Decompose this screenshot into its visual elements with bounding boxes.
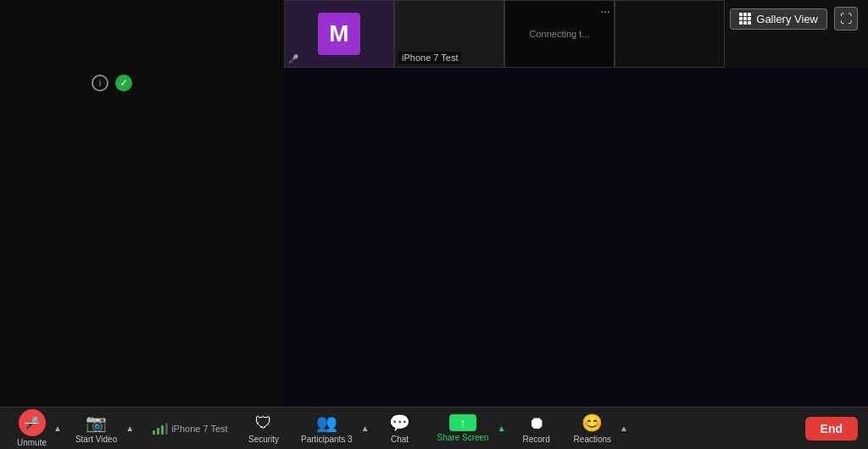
participants-chevron[interactable]: ▲ — [359, 422, 371, 435]
info-icon[interactable]: i — [92, 75, 108, 91]
fullscreen-button[interactable]: ⛶ — [834, 7, 858, 30]
gallery-view-button[interactable]: Gallery View — [730, 8, 827, 30]
end-button[interactable]: End — [805, 417, 858, 441]
record-icon: ⏺ — [528, 413, 545, 433]
reactions-label: Reactions — [574, 435, 611, 444]
toolbar-left: 🎤 Unmute ▲ 📷 Start Video ▲ iPhone 7 Test — [10, 406, 228, 449]
video-icon: 📷 — [86, 413, 107, 433]
reactions-chevron[interactable]: ▲ — [618, 422, 630, 435]
security-label: Security — [248, 435, 279, 444]
toolbar-center: 🛡 Security 👥 Participants 3 ▲ 💬 Chat ↑ S… — [238, 409, 630, 447]
signal-bars — [153, 423, 168, 435]
unmute-chevron[interactable]: ▲ — [52, 422, 64, 435]
mute-icon: 🎤 — [19, 409, 46, 436]
security-button[interactable]: 🛡 Security — [238, 410, 289, 447]
participants-label: Participants 3 — [301, 435, 353, 444]
toolbar: 🎤 Unmute ▲ 📷 Start Video ▲ iPhone 7 Test… — [0, 407, 868, 449]
participant-avatar-0: M — [318, 13, 360, 55]
participant-name-1: iPhone 7 Test — [398, 52, 461, 64]
reactions-icon: 😊 — [581, 413, 603, 433]
chat-label: Chat — [391, 435, 409, 444]
unmute-button[interactable]: 🎤 Unmute — [10, 406, 53, 449]
record-button[interactable]: ⏺ Record — [511, 410, 562, 447]
security-icon: 🛡 — [255, 413, 272, 433]
unmute-label: Unmute — [17, 438, 47, 447]
toolbar-right: End — [805, 417, 858, 441]
connecting-text: Connecting t... — [530, 29, 590, 39]
thumbnail-2[interactable]: Connecting t... ··· — [504, 0, 615, 68]
gallery-view-label: Gallery View — [756, 13, 818, 25]
start-video-button[interactable]: 📷 Start Video — [67, 409, 125, 447]
reactions-button[interactable]: 😊 Reactions — [565, 409, 620, 447]
chat-icon: 💬 — [389, 413, 410, 433]
start-video-label: Start Video — [75, 435, 117, 444]
participants-icon: 👥 — [316, 413, 337, 433]
main-video-area — [284, 68, 868, 407]
share-screen-button[interactable]: ↑ Share Screen — [429, 411, 498, 446]
shield-green-icon[interactable]: ✓ — [115, 75, 132, 91]
mic-muted-icon-0: 🎤 — [288, 54, 298, 64]
local-video-panel — [0, 0, 284, 407]
fullscreen-icon: ⛶ — [840, 12, 852, 25]
local-participant-label: iPhone 7 Test — [171, 424, 227, 434]
record-label: Record — [522, 435, 549, 444]
video-chevron[interactable]: ▲ — [124, 422, 136, 435]
share-screen-label: Share Screen — [437, 433, 489, 442]
thumbnail-0[interactable]: M 🎤 — [284, 0, 394, 68]
more-options-icon-2[interactable]: ··· — [600, 4, 610, 18]
share-screen-icon: ↑ — [449, 414, 476, 431]
participants-button[interactable]: 👥 Participants 3 — [292, 409, 361, 447]
thumbnail-3 — [615, 0, 725, 68]
top-bar: Gallery View ⛶ — [720, 0, 868, 37]
grid-icon — [739, 13, 751, 25]
info-icons: i ✓ — [92, 75, 132, 91]
chat-button[interactable]: 💬 Chat — [375, 409, 426, 447]
share-screen-chevron[interactable]: ▲ — [496, 422, 508, 435]
thumbnail-1[interactable]: iPhone 7 Test — [394, 0, 504, 68]
